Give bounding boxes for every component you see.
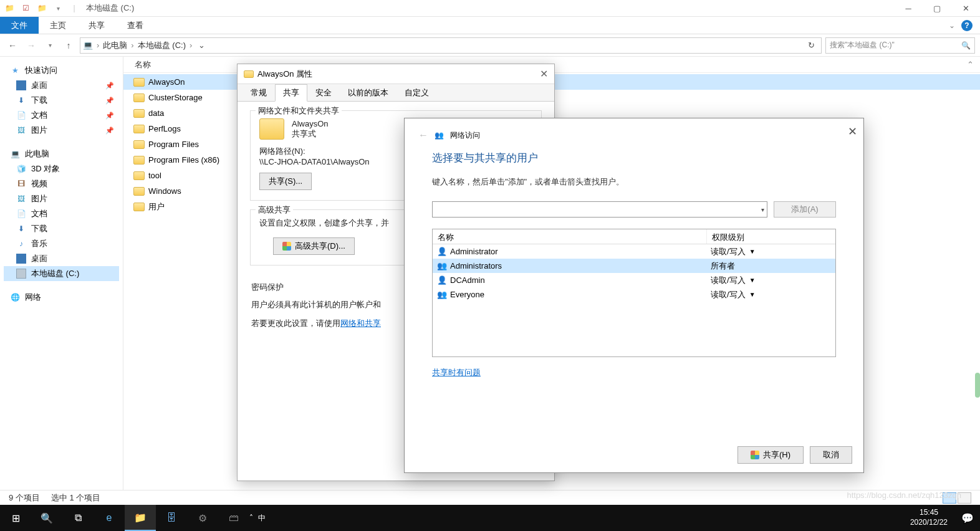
close-button[interactable]: ✕ bbox=[951, 0, 980, 17]
nav-downloads2[interactable]: ⬇下载 bbox=[4, 221, 119, 236]
add-button[interactable]: 添加(A) bbox=[774, 201, 836, 218]
breadcrumb-current[interactable]: 本地磁盘 (C:) bbox=[138, 40, 186, 51]
help-icon[interactable]: ? bbox=[961, 20, 973, 31]
nav-documents[interactable]: 📄文档📌 bbox=[4, 108, 119, 123]
picture-icon: 🖼 bbox=[16, 125, 26, 135]
start-button[interactable]: ⊞ bbox=[0, 505, 31, 531]
ribbon-tab-home[interactable]: 主页 bbox=[39, 17, 77, 34]
taskbar-ie-icon[interactable]: e bbox=[94, 505, 125, 531]
trouble-link[interactable]: 共享时有问题 bbox=[432, 368, 481, 377]
user-permission[interactable]: 读取/写入▼ bbox=[711, 275, 832, 286]
breadcrumb-root[interactable]: 此电脑 bbox=[103, 40, 127, 51]
tab-previous[interactable]: 以前的版本 bbox=[340, 84, 396, 102]
search-icon: 🔍 bbox=[961, 41, 971, 50]
ribbon-expand-icon[interactable]: ⌄ bbox=[949, 21, 955, 30]
user-row[interactable]: 👥Everyone读取/写入▼ bbox=[433, 287, 835, 302]
nav-quick-access[interactable]: ★快速访问 bbox=[4, 63, 119, 78]
nav-network[interactable]: 🌐网络 bbox=[4, 290, 119, 305]
pin-icon: 📌 bbox=[105, 112, 114, 120]
folder-icon bbox=[133, 125, 145, 133]
nav-downloads[interactable]: ⬇下载📌 bbox=[4, 93, 119, 108]
dialog-close-button[interactable]: ✕ bbox=[540, 68, 548, 80]
user-permission[interactable]: 读取/写入▼ bbox=[711, 289, 832, 300]
wizard-close-button[interactable]: ✕ bbox=[848, 125, 857, 138]
taskbar-clock[interactable]: 15:45 2020/12/22 bbox=[903, 507, 955, 529]
tab-security[interactable]: 安全 bbox=[307, 84, 340, 102]
folder-icon bbox=[133, 93, 145, 102]
file-name: data bbox=[148, 108, 164, 118]
user-permission[interactable]: 所有者 bbox=[711, 261, 832, 272]
col-header-perm[interactable]: 权限级别 bbox=[707, 229, 749, 244]
user-row[interactable]: 👥Administrators所有者 bbox=[433, 259, 835, 273]
document-icon: 📄 bbox=[16, 209, 26, 219]
address-bar[interactable]: 💻 › 此电脑 › 本地磁盘 (C:) › ⌄ ↻ bbox=[80, 37, 822, 54]
nav-recent-button[interactable]: ▾ bbox=[42, 42, 57, 49]
ribbon-file-tab[interactable]: 文件 bbox=[0, 17, 39, 34]
tab-general[interactable]: 常规 bbox=[243, 84, 275, 102]
status-bar: 9 个项目 选中 1 个项目 bbox=[0, 490, 980, 505]
folder-icon bbox=[133, 203, 145, 211]
task-view-button[interactable]: ⧉ bbox=[62, 505, 94, 531]
qat-folder-icon[interactable]: 📁 bbox=[36, 2, 47, 14]
maximize-button[interactable]: ▢ bbox=[923, 0, 951, 17]
nav-desktop[interactable]: 桌面📌 bbox=[4, 78, 119, 93]
file-name: tool bbox=[148, 171, 161, 180]
taskbar-explorer-icon[interactable]: 📁 bbox=[125, 505, 156, 531]
qat-checkbox-icon[interactable]: ☑ bbox=[20, 2, 31, 14]
selection-count: 选中 1 个项目 bbox=[51, 492, 100, 504]
tray-up-icon[interactable]: ˄ bbox=[249, 514, 253, 522]
refresh-button[interactable]: ↻ bbox=[804, 41, 819, 50]
qat-dropdown-icon[interactable]: ▾ bbox=[52, 2, 64, 14]
tab-sharing[interactable]: 共享 bbox=[275, 84, 307, 102]
nav-local-disk-c[interactable]: 本地磁盘 (C:) bbox=[4, 266, 119, 281]
wizard-cancel-button[interactable]: 取消 bbox=[810, 446, 852, 464]
user-combo-input[interactable]: ▾ bbox=[432, 201, 767, 218]
nav-music[interactable]: ♪音乐 bbox=[4, 236, 119, 251]
chevron-down-icon[interactable]: ▼ bbox=[749, 291, 756, 298]
taskbar-app1-icon[interactable]: 🗄 bbox=[156, 505, 187, 531]
nav-desktop2[interactable]: 桌面 bbox=[4, 251, 119, 266]
document-icon: 📄 bbox=[16, 110, 26, 120]
desktop-icon bbox=[16, 80, 26, 90]
nav-videos[interactable]: 🎞视频 bbox=[4, 176, 119, 191]
notification-button[interactable]: 💬 bbox=[955, 505, 980, 531]
minimize-button[interactable]: ─ bbox=[894, 0, 923, 17]
nav-forward-button[interactable]: → bbox=[24, 41, 39, 50]
nav-3d-objects[interactable]: 🧊3D 对象 bbox=[4, 161, 119, 176]
taskbar-app3-icon[interactable]: 🗃 bbox=[218, 505, 249, 531]
shield-icon bbox=[282, 242, 291, 251]
wizard-hint: 键入名称，然后单击"添加"，或者单击箭头查找用户。 bbox=[432, 176, 836, 188]
share-button[interactable]: 共享(S)... bbox=[259, 173, 312, 190]
shield-icon bbox=[751, 451, 759, 459]
address-dropdown-icon[interactable]: ⌄ bbox=[196, 41, 208, 50]
advanced-share-button[interactable]: 高级共享(D)... bbox=[273, 237, 355, 255]
users-icon: 👥 bbox=[435, 131, 444, 140]
chevron-down-icon[interactable]: ▾ bbox=[761, 206, 764, 213]
wizard-back-icon[interactable]: ← bbox=[418, 130, 428, 141]
network-center-link[interactable]: 网络和共享 bbox=[340, 318, 381, 328]
chevron-down-icon[interactable]: ▼ bbox=[749, 277, 756, 284]
folder-icon bbox=[133, 78, 145, 87]
user-permission[interactable]: 读取/写入▼ bbox=[711, 246, 832, 257]
col-header-name[interactable]: 名称 bbox=[433, 229, 707, 244]
wizard-share-button[interactable]: 共享(H) bbox=[737, 446, 804, 464]
ribbon-tab-view[interactable]: 查看 bbox=[116, 17, 155, 34]
search-input[interactable]: 搜索"本地磁盘 (C:)" 🔍 bbox=[825, 37, 975, 54]
tray-ime-icon[interactable]: 中 bbox=[258, 513, 266, 524]
tab-customize[interactable]: 自定义 bbox=[396, 84, 437, 102]
nav-pictures[interactable]: 🖼图片📌 bbox=[4, 123, 119, 138]
taskbar-search-button[interactable]: 🔍 bbox=[31, 505, 62, 531]
nav-up-button[interactable]: ↑ bbox=[61, 41, 76, 50]
user-row[interactable]: 👤DCAdmin读取/写入▼ bbox=[433, 273, 835, 287]
search-placeholder: 搜索"本地磁盘 (C:)" bbox=[830, 40, 895, 50]
ribbon-tab-share[interactable]: 共享 bbox=[77, 17, 116, 34]
pc-icon: 💻 bbox=[10, 149, 20, 159]
collapse-icon[interactable]: ⌃ bbox=[967, 60, 974, 69]
user-row[interactable]: 👤Administrator读取/写入▼ bbox=[433, 244, 835, 259]
chevron-down-icon[interactable]: ▼ bbox=[749, 248, 756, 255]
nav-documents2[interactable]: 📄文档 bbox=[4, 206, 119, 221]
nav-back-button[interactable]: ← bbox=[5, 41, 20, 50]
nav-this-pc[interactable]: 💻此电脑 bbox=[4, 146, 119, 161]
taskbar-app2-icon[interactable]: ⚙ bbox=[187, 505, 218, 531]
nav-pictures2[interactable]: 🖼图片 bbox=[4, 191, 119, 206]
